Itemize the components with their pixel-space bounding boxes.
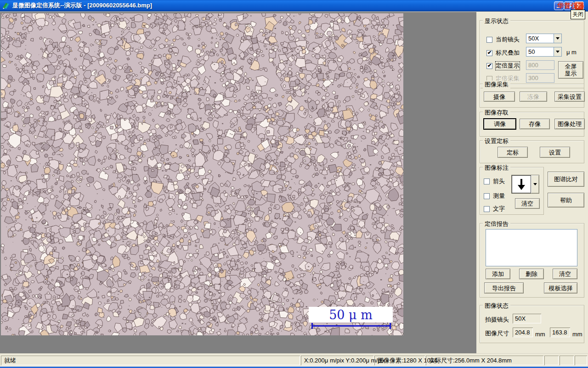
fixed-capture-value: 300 xyxy=(528,75,538,81)
arrow-label: 箭头 xyxy=(493,177,505,185)
text-checkbox-box[interactable] xyxy=(484,206,490,212)
group-calibration: 设置定标 定标 设置 xyxy=(480,140,584,163)
status-image-pixels: 图像像素:1280 X 1024 xyxy=(374,356,425,365)
current-lens-checkbox-box[interactable] xyxy=(486,37,492,43)
export-report-button[interactable]: 导出报告 xyxy=(484,282,524,293)
report-add-button[interactable]: 添加 xyxy=(486,269,510,279)
measure-checkbox[interactable]: 测量 xyxy=(484,192,505,200)
save-image-button[interactable]: 存像 xyxy=(520,119,550,129)
ruler-value-select[interactable]: 50 xyxy=(526,47,562,57)
measure-checkbox-box[interactable] xyxy=(484,193,490,199)
app-icon xyxy=(2,2,10,10)
close-tooltip: 关闭 xyxy=(571,10,585,19)
load-image-button[interactable]: 调像 xyxy=(484,119,516,129)
annotation-clear-button[interactable]: 清空 xyxy=(515,198,540,209)
scale-bar-tick-right xyxy=(390,323,391,329)
group-display-status-title: 显示状态 xyxy=(483,17,510,25)
image-process-button[interactable]: 图像处理 xyxy=(554,119,585,129)
image-display-area: 50 μ m xyxy=(0,12,476,353)
status-empty-1 xyxy=(544,356,559,365)
scale-bar-tick-left xyxy=(311,323,313,329)
fixed-display-checkbox-box[interactable] xyxy=(486,63,492,69)
group-capture-title: 图像采集 xyxy=(483,80,510,89)
status-bar: 就绪 X:0.200μ m/pix Y:0.200μ m/pix 图像像素:12… xyxy=(0,353,588,367)
current-lens-checkbox[interactable]: 当前镜头 xyxy=(486,35,520,44)
down-arrow-icon xyxy=(516,178,526,190)
image-width-field: 204.8 xyxy=(513,328,533,337)
group-image-status-title: 图像状态 xyxy=(483,302,510,310)
arrow-style-preview xyxy=(512,175,531,193)
ruler-value-dropdown-icon[interactable] xyxy=(554,47,561,56)
current-lens-dropdown-icon[interactable] xyxy=(554,34,561,43)
arrow-checkbox[interactable]: 箭头 xyxy=(484,177,505,185)
group-display-status: 显示状态 当前镜头 50X 标尺叠加 50 μ m 定倍显示 xyxy=(480,20,584,88)
watermark-text: 华普仪器 xyxy=(557,2,585,10)
calibrate-button[interactable]: 定标 xyxy=(498,147,528,158)
microscope-image[interactable] xyxy=(1,13,403,335)
scale-bar-box: 50 μ m xyxy=(309,307,393,322)
group-annotation: 图像标注 箭头 测量 文字 清空 xyxy=(480,167,544,215)
image-height-unit: mm xyxy=(572,331,582,338)
status-ready: 就绪 xyxy=(1,356,300,365)
current-lens-select[interactable]: 50X xyxy=(526,34,562,43)
fullscreen-button[interactable]: 全屏 显示 xyxy=(558,61,583,79)
capture-camera-button[interactable]: 摄像 xyxy=(484,92,515,102)
fixed-display-checkbox[interactable]: 定倍显示 xyxy=(486,62,520,70)
application-window: 显微图像定倍系统--演示版 - [20090602055646.bmp] 华普仪… xyxy=(0,0,588,368)
ruler-value: 50 xyxy=(526,47,554,56)
group-calibration-title: 设置定标 xyxy=(483,137,510,145)
group-storage: 图像存取 调像 存像 图像处理 xyxy=(480,112,584,137)
current-lens-value: 50X xyxy=(526,34,554,43)
report-list[interactable] xyxy=(486,229,577,266)
status-empty-3 xyxy=(575,356,587,365)
shoot-lens-label: 拍摄镜头 xyxy=(485,316,509,324)
arrow-checkbox-box[interactable] xyxy=(484,178,490,184)
title-bar: 显微图像定倍系统--演示版 - [20090602055646.bmp] 华普仪… xyxy=(0,0,588,12)
capture-settings-button[interactable]: 采集设置 xyxy=(554,92,585,102)
image-height-field: 163.8 xyxy=(550,328,570,337)
group-storage-title: 图像存取 xyxy=(483,109,510,117)
window-title: 显微图像定倍系统--演示版 - [20090602055646.bmp] xyxy=(12,1,152,10)
ruler-overlay-label: 标尺叠加 xyxy=(496,49,520,57)
status-pixel-scale: X:0.200μ m/pix Y:0.200μ m/pix xyxy=(301,356,373,365)
ruler-unit-label: μ m xyxy=(566,49,577,56)
help-button[interactable]: 帮助 xyxy=(548,193,584,207)
report-clear-button[interactable]: 清空 xyxy=(553,269,577,279)
current-lens-label: 当前镜头 xyxy=(496,35,520,44)
ruler-overlay-checkbox-box[interactable] xyxy=(486,50,492,56)
fixed-display-value: 800 xyxy=(528,62,538,69)
arrow-style-dropdown-icon[interactable] xyxy=(531,175,539,193)
status-actual-size: 实际尺寸:256.0mm X 204.8mm xyxy=(426,356,543,365)
scale-bar-label: 50 μ m xyxy=(329,308,373,322)
image-width-unit: mm xyxy=(535,331,545,338)
fixed-capture-value-field: 300 xyxy=(526,73,554,83)
group-capture: 图像采集 摄像 冻像 采集设置 xyxy=(480,84,584,108)
control-panel: 显示状态 当前镜头 50X 标尺叠加 50 μ m 定倍显示 xyxy=(476,12,588,353)
status-empty-2 xyxy=(560,356,574,365)
scale-bar-line xyxy=(311,325,391,327)
fixed-display-value-field: 800 xyxy=(526,60,554,70)
measure-label: 测量 xyxy=(493,192,505,200)
template-select-button[interactable]: 模板选择 xyxy=(544,282,577,293)
text-label: 文字 xyxy=(493,205,505,213)
capture-freeze-button: 冻像 xyxy=(520,92,547,102)
group-report: 定倍报告 添加 删除 清空 导出报告 模板选择 xyxy=(480,223,584,298)
report-delete-button[interactable]: 删除 xyxy=(519,269,544,279)
arrow-style-select[interactable] xyxy=(511,175,539,194)
atlas-compare-button[interactable]: 图谱比对 xyxy=(548,172,584,187)
text-checkbox[interactable]: 文字 xyxy=(484,205,505,213)
image-size-label: 图像尺寸 xyxy=(485,329,509,338)
group-annotation-title: 图像标注 xyxy=(483,164,510,172)
settings-button[interactable]: 设置 xyxy=(540,147,570,158)
ruler-overlay-checkbox[interactable]: 标尺叠加 xyxy=(486,49,520,57)
shoot-lens-field: 50X xyxy=(513,314,541,323)
group-report-title: 定倍报告 xyxy=(483,220,510,228)
fixed-display-label: 定倍显示 xyxy=(496,62,520,70)
group-image-status: 图像状态 拍摄镜头 50X 图像尺寸 204.8 mm 163.8 mm xyxy=(480,305,584,343)
